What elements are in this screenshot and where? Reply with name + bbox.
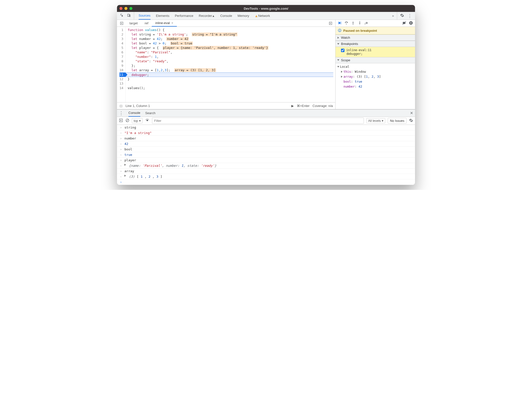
watch-section-header[interactable]: Watch	[336, 34, 415, 41]
svg-point-5	[359, 21, 360, 22]
run-icon[interactable]: ▶	[291, 104, 294, 108]
drawer-tab-bar: ⋮ ConsoleSearch ×	[117, 109, 415, 117]
window-title: DevTools - www.google.com/	[117, 7, 415, 10]
panel-tab-network[interactable]: ▲ Network	[255, 12, 270, 20]
panel-tab-elements[interactable]: Elements	[156, 12, 169, 20]
console-row: ›string	[117, 125, 415, 130]
file-tab-ref[interactable]: ref	[141, 20, 152, 27]
scope-entry[interactable]: array: (3) [1, 2, 3]	[341, 74, 413, 79]
close-window-button[interactable]	[119, 7, 122, 10]
run-shortcut: ⌘+Enter	[297, 104, 310, 108]
issues-button[interactable]: No Issues	[388, 118, 407, 124]
debugger-toolbar	[336, 20, 415, 27]
console-filter-input[interactable]	[152, 118, 364, 124]
paused-label: Paused on breakpoint	[343, 29, 377, 33]
debugger-pane: ⓘ Paused on breakpoint Watch Breakpoints…	[336, 20, 415, 109]
drawer-tab-search[interactable]: Search	[145, 109, 155, 117]
step-out-icon[interactable]	[358, 21, 362, 26]
main-toolbar: SourcesElementsPerformanceRecorder ▲Cons…	[117, 12, 415, 20]
console-row: ‹{name: 'Parzival', number: 1, state: 'r…	[117, 163, 415, 169]
panel-tab-performance[interactable]: Performance	[175, 12, 193, 20]
svg-point-6	[365, 24, 365, 24]
device-toolbar-icon[interactable]	[127, 13, 131, 18]
file-tab-target[interactable]: target	[126, 20, 141, 27]
context-selector[interactable]: top ▾	[132, 118, 143, 123]
cursor-position: Line 1, Column 1	[125, 104, 150, 108]
svg-rect-2	[341, 21, 341, 24]
svg-rect-10	[411, 22, 411, 24]
drawer: ⋮ ConsoleSearch × top ▾ All levels ▾ No …	[117, 109, 415, 185]
close-drawer-icon[interactable]: ×	[410, 110, 413, 116]
console-row: ‹(3) [1, 2, 3]	[117, 174, 415, 179]
resume-icon[interactable]	[338, 21, 342, 26]
more-tabs-icon[interactable]: »	[389, 14, 397, 18]
svg-point-3	[346, 24, 347, 24]
console-row: ›number	[117, 136, 415, 141]
drawer-tab-console[interactable]: Console	[128, 109, 140, 117]
panel-tab-console[interactable]: Console	[220, 12, 232, 20]
devtools-window: DevTools - www.google.com/ SourcesElemen…	[117, 5, 415, 185]
console-sidebar-toggle-icon[interactable]	[119, 118, 123, 123]
clear-console-icon[interactable]	[125, 118, 129, 123]
panel-tab-memory[interactable]: Memory	[237, 12, 249, 20]
svg-point-8	[409, 21, 413, 25]
step-icon[interactable]	[364, 21, 369, 26]
breakpoint-checkbox[interactable]	[341, 49, 344, 52]
close-tab-icon[interactable]: ×	[171, 21, 173, 25]
titlebar: DevTools - www.google.com/	[117, 5, 415, 12]
inspect-element-icon[interactable]	[120, 13, 124, 18]
step-over-icon[interactable]	[344, 21, 348, 26]
console-row: ‹true	[117, 152, 415, 158]
snippets-run-icon[interactable]	[327, 22, 334, 25]
pause-exceptions-icon[interactable]	[409, 21, 413, 26]
settings-icon[interactable]	[400, 13, 404, 18]
console-row: ›player	[117, 158, 415, 163]
console-settings-icon[interactable]	[409, 118, 413, 123]
console-row: ‹"I'm a string"	[117, 130, 415, 136]
svg-point-4	[353, 24, 353, 25]
file-tab-inline-eval[interactable]: inline-eval×	[152, 20, 177, 27]
console-toolbar: top ▾ All levels ▾ No Issues	[117, 117, 415, 125]
file-tab-bar: targetrefinline-eval×	[117, 20, 335, 27]
pretty-print-icon[interactable]: {}	[119, 104, 122, 108]
minimize-window-button[interactable]	[124, 7, 127, 10]
scope-entry[interactable]: number: 42	[341, 84, 413, 89]
editor-pane: targetrefinline-eval× 123456789101112131…	[117, 20, 336, 109]
navigator-toggle-icon[interactable]	[118, 22, 125, 25]
deactivate-breakpoints-icon[interactable]	[402, 21, 406, 26]
scope-body: Local this: Windowarray: (3) [1, 2, 3]bo…	[336, 63, 415, 90]
svg-rect-9	[410, 22, 411, 24]
log-levels-selector[interactable]: All levels ▾	[366, 118, 385, 123]
console-row: ‹42	[117, 141, 415, 147]
console-row: ›array	[117, 169, 415, 174]
scope-entry[interactable]: bool: true	[341, 79, 413, 84]
info-icon: ⓘ	[338, 28, 341, 33]
coverage-label: Coverage: n/a	[312, 104, 333, 108]
console-prompt[interactable]: ›	[117, 179, 415, 185]
breakpoint-item[interactable]: inline-eval:11debugger;	[336, 47, 415, 57]
kebab-menu-icon[interactable]: ⋮	[408, 13, 412, 19]
svg-point-14	[147, 120, 148, 121]
scope-section-header[interactable]: Scope	[336, 57, 415, 63]
svg-line-13	[126, 119, 128, 121]
paused-banner: ⓘ Paused on breakpoint	[336, 27, 415, 34]
scope-local-header[interactable]: Local	[338, 64, 413, 69]
panel-tab-sources[interactable]: Sources	[139, 12, 151, 20]
editor-status-bar: {} Line 1, Column 1 ▶ ⌘+Enter Coverage: …	[117, 102, 335, 109]
zoom-window-button[interactable]	[129, 7, 132, 10]
console-row: ›bool	[117, 147, 415, 152]
live-expression-icon[interactable]	[145, 118, 150, 123]
traffic-lights	[119, 7, 132, 10]
scope-entry[interactable]: this: Window	[341, 69, 413, 74]
panel-tab-recorder[interactable]: Recorder ▲	[199, 12, 215, 20]
code-editor[interactable]: 1234567891011121314 function values() { …	[117, 27, 335, 102]
drawer-menu-icon[interactable]: ⋮	[119, 110, 123, 116]
main-split: targetrefinline-eval× 123456789101112131…	[117, 20, 415, 109]
console-output[interactable]: ›string‹"I'm a string"›number‹42›bool‹tr…	[117, 125, 415, 185]
step-into-icon[interactable]	[351, 21, 355, 26]
breakpoints-section-header[interactable]: Breakpoints	[336, 41, 415, 47]
